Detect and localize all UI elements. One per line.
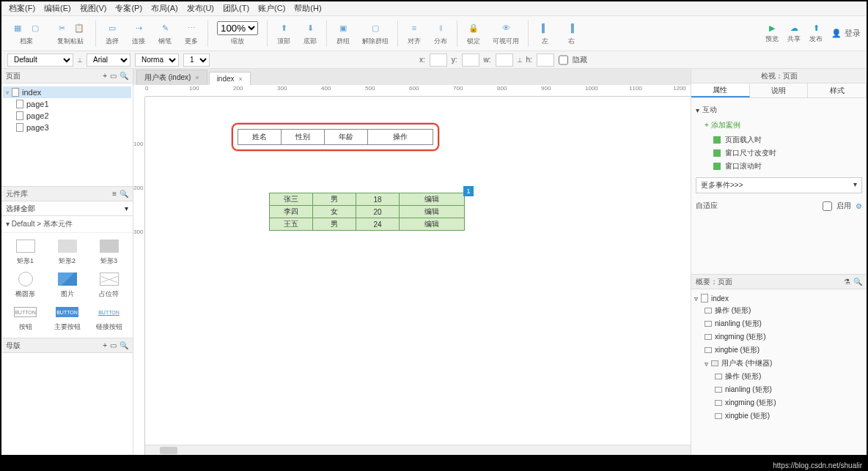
menu-team[interactable]: 团队(T) — [220, 1, 252, 15]
lock-icon[interactable]: 🔒 — [466, 21, 481, 35]
outline-item[interactable]: 操作 (矩形) — [694, 304, 864, 317]
event-pageload[interactable]: 页面载入时 — [696, 133, 862, 147]
widget-placeholder[interactable]: 占位符 — [91, 272, 127, 299]
file2-icon[interactable]: ▢ — [28, 21, 43, 35]
table-header-group[interactable]: 姓名 性别 年龄 操作 — [232, 123, 439, 151]
login-button[interactable]: 👤登录 — [831, 28, 861, 39]
widget-select-all[interactable]: 选择全部▾ — [1, 201, 133, 216]
x-input[interactable] — [430, 53, 447, 67]
add-master-icon[interactable]: + — [103, 341, 107, 349]
data-table[interactable]: 1 张三男18编辑 李四女20编辑 王五男24编辑 — [270, 193, 465, 231]
menu-account[interactable]: 账户(C) — [255, 1, 288, 15]
pen-icon[interactable]: ✎ — [158, 21, 172, 35]
file-icon[interactable]: ▦ — [10, 21, 25, 35]
select-icon[interactable]: ▭ — [105, 21, 119, 35]
preview-button[interactable]: ▶预览 — [765, 23, 779, 44]
paste-icon[interactable]: 📋 — [72, 21, 87, 35]
master-folder-icon[interactable]: ▭ — [110, 341, 117, 349]
hidden-check[interactable] — [559, 53, 568, 67]
outline-item[interactable]: nianling (矩形) — [694, 317, 864, 330]
zoom-select[interactable]: 100% — [217, 21, 258, 35]
more-icon[interactable]: ⋯ — [184, 21, 199, 35]
widget-button[interactable]: BUTTON按钮 — [7, 305, 43, 332]
weight-select[interactable]: Normal — [135, 53, 179, 67]
close-icon[interactable]: × — [195, 74, 199, 81]
font-select[interactable]: Arial — [87, 53, 130, 67]
page-page2[interactable]: page2 — [3, 110, 131, 122]
filter-icon[interactable]: ⚗ — [844, 278, 850, 286]
y-input[interactable] — [462, 53, 479, 67]
page-index[interactable]: ▿index — [3, 86, 131, 98]
page-page1[interactable]: page1 — [3, 98, 131, 110]
outline-item[interactable]: xingming (矩形) — [694, 330, 864, 344]
outline-item[interactable]: xingming (矩形) — [694, 396, 864, 409]
hide-icon[interactable]: 👁 — [499, 21, 513, 35]
folder-icon[interactable]: ▭ — [110, 72, 117, 80]
adaptive-settings-icon[interactable]: ⚙ — [856, 202, 862, 210]
adaptive-check[interactable] — [823, 201, 832, 211]
widget-rect2[interactable]: 矩形2 — [49, 239, 85, 266]
close-icon[interactable]: × — [239, 75, 243, 83]
h-input[interactable] — [537, 53, 554, 67]
bottom-icon[interactable]: ⬇ — [303, 21, 317, 35]
header-op[interactable]: 操作 — [367, 129, 433, 145]
widget-category[interactable]: ▾ Default > 基本元件 — [1, 216, 133, 233]
menu-file[interactable]: 档案(F) — [6, 1, 38, 15]
header-name[interactable]: 姓名 — [238, 129, 282, 145]
search-icon[interactable]: 🔍 — [119, 72, 128, 80]
outline-index[interactable]: ▿index — [694, 292, 864, 304]
align-icon[interactable]: ≡ — [407, 21, 422, 35]
publish-button[interactable]: ⬆发布 — [809, 23, 823, 44]
widget-link-button[interactable]: BUTTON链接按钮 — [91, 305, 127, 332]
tab-properties[interactable]: 属性 — [691, 84, 750, 97]
ungroup-icon[interactable]: ▢ — [368, 21, 383, 35]
master-search-icon[interactable]: 🔍 — [119, 341, 128, 349]
canvas[interactable]: 姓名 性别 年龄 操作 1 张三男18编辑 李四女20编辑 王五男24编辑 — [145, 97, 691, 455]
add-case-button[interactable]: + 添加案例 — [696, 117, 862, 133]
w-input[interactable] — [496, 53, 513, 67]
style-select[interactable]: Default — [7, 53, 73, 67]
event-icon — [713, 149, 721, 157]
widget-opts-icon[interactable]: ≡ — [112, 190, 117, 198]
event-scroll[interactable]: 窗口滚动时 — [696, 160, 862, 173]
widget-primary-button[interactable]: BUTTON主要按钮 — [49, 305, 85, 332]
add-page-icon[interactable]: + — [103, 72, 107, 80]
top-icon[interactable]: ⬆ — [276, 21, 291, 35]
menu-arrange[interactable]: 布局(A) — [148, 1, 181, 15]
alignr-icon[interactable]: ▐ — [564, 21, 578, 35]
menu-help[interactable]: 帮助(H) — [291, 1, 324, 15]
outline-item[interactable]: nianling (矩形) — [694, 383, 864, 396]
menu-project[interactable]: 专案(P) — [112, 1, 145, 15]
widget-search-icon[interactable]: 🔍 — [119, 190, 128, 198]
interact-section[interactable]: ▾互动 — [696, 103, 862, 117]
tab-index[interactable]: index× — [209, 72, 251, 85]
widget-ellipse[interactable]: 椭圆形 — [7, 272, 43, 299]
page-page3[interactable]: page3 — [3, 122, 131, 133]
header-gender[interactable]: 性别 — [281, 129, 325, 145]
widget-rect1[interactable]: 矩形1 — [7, 239, 43, 266]
outline-item[interactable]: xingbie (矩形) — [694, 409, 864, 423]
alignl-icon[interactable]: ▌ — [537, 21, 552, 35]
menu-edit[interactable]: 编辑(E) — [41, 1, 74, 15]
outline-repeater[interactable]: ▿用户表 (中继器) — [694, 357, 864, 370]
outline-item[interactable]: xingbie (矩形) — [694, 344, 864, 357]
share-button[interactable]: ☁共享 — [787, 23, 801, 44]
outline-search-icon[interactable]: 🔍 — [853, 278, 862, 286]
header-age[interactable]: 年龄 — [324, 129, 368, 145]
size-select[interactable]: 13 — [183, 53, 210, 67]
group-icon[interactable]: ▣ — [336, 21, 350, 35]
tab-notes[interactable]: 说明 — [750, 84, 809, 97]
outline-item[interactable]: 操作 (矩形) — [694, 370, 864, 383]
scrollbar-h[interactable] — [145, 445, 691, 455]
connect-icon[interactable]: ⇢ — [131, 21, 146, 35]
widget-rect3[interactable]: 矩形3 — [91, 239, 127, 266]
widget-image[interactable]: 图片 — [49, 272, 85, 299]
cut-icon[interactable]: ✂ — [54, 21, 69, 35]
tab-usertable[interactable]: 用户表 (index)× — [136, 70, 207, 85]
tab-style[interactable]: 样式 — [808, 84, 867, 97]
event-resize[interactable]: 窗口尺寸改变时 — [696, 147, 862, 160]
menu-view[interactable]: 视图(V) — [77, 1, 110, 15]
dist-icon[interactable]: ⦀ — [433, 21, 448, 35]
more-events[interactable]: 更多事件>>>▾ — [696, 177, 862, 193]
menu-publish[interactable]: 发布(U) — [184, 1, 217, 15]
